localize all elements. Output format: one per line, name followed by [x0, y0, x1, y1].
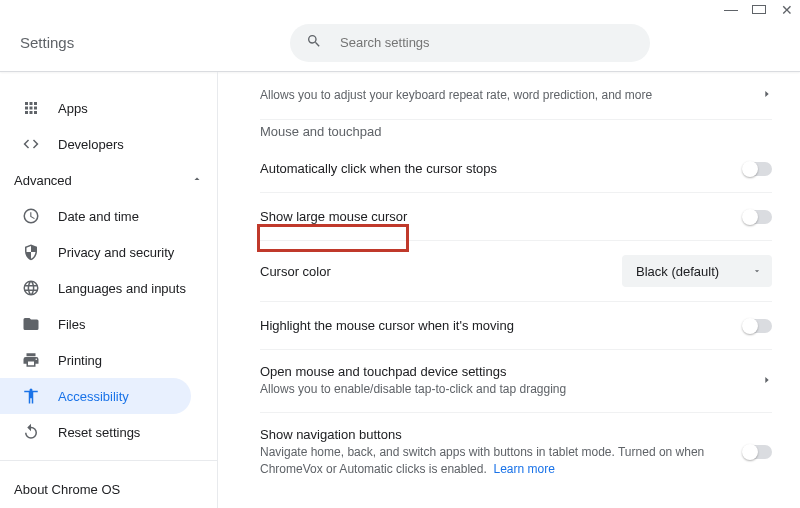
row-title: Show navigation buttons — [260, 427, 724, 442]
search-input-wrapper[interactable] — [290, 24, 650, 62]
toggle-auto-click[interactable] — [744, 162, 772, 176]
toggle-highlight-cursor[interactable] — [744, 319, 772, 333]
sidebar-item-label: Files — [58, 317, 85, 332]
sidebar: Apps Developers Advanced Date and time P… — [0, 72, 218, 508]
sidebar-item-label: Accessibility — [58, 389, 129, 404]
sidebar-section-label: Advanced — [14, 173, 72, 188]
content-area: Allows you to adjust your keyboard repea… — [218, 72, 800, 508]
search-icon — [306, 33, 340, 52]
sidebar-item-label: Languages and inputs — [58, 281, 186, 296]
sidebar-item-label: Developers — [58, 137, 124, 152]
chevron-right-icon — [762, 87, 772, 102]
sidebar-item-reset[interactable]: Reset settings — [0, 414, 217, 450]
sidebar-item-files[interactable]: Files — [0, 306, 217, 342]
window-close-button[interactable]: ✕ — [780, 5, 794, 15]
row-large-cursor: Show large mouse cursor — [260, 193, 772, 241]
sidebar-divider — [0, 460, 217, 461]
row-title: Open mouse and touchpad device settings — [260, 364, 742, 379]
chevron-up-icon — [191, 173, 203, 188]
sidebar-item-label: Date and time — [58, 209, 139, 224]
sidebar-item-apps[interactable]: Apps — [0, 90, 217, 126]
row-title: Show large mouse cursor — [260, 209, 724, 224]
folder-icon — [22, 315, 40, 333]
row-highlight-cursor: Highlight the mouse cursor when it's mov… — [260, 302, 772, 350]
globe-icon — [22, 279, 40, 297]
section-audio-captions: Audio and captions — [260, 491, 772, 508]
select-cursor-color[interactable]: Black (default) — [622, 255, 772, 287]
apps-icon — [22, 99, 40, 117]
reset-icon — [22, 423, 40, 441]
learn-more-link[interactable]: Learn more — [493, 462, 554, 476]
page-title: Settings — [20, 20, 280, 51]
toggle-nav-buttons[interactable] — [744, 445, 772, 459]
sidebar-item-label: Apps — [58, 101, 88, 116]
row-subtitle: Allows you to enable/disable tap-to-clic… — [260, 381, 742, 398]
toggle-large-cursor[interactable] — [744, 210, 772, 224]
sidebar-item-accessibility[interactable]: Accessibility — [0, 378, 191, 414]
shield-icon — [22, 243, 40, 261]
sidebar-item-printing[interactable]: Printing — [0, 342, 217, 378]
sidebar-item-about[interactable]: About Chrome OS — [0, 471, 217, 507]
sidebar-item-developers[interactable]: Developers — [0, 126, 217, 162]
accessibility-icon — [22, 387, 40, 405]
sidebar-section-advanced[interactable]: Advanced — [0, 162, 217, 198]
chevron-down-icon — [752, 266, 762, 276]
chevron-right-icon — [762, 373, 772, 388]
row-title: Cursor color — [260, 264, 602, 279]
sidebar-item-label: About Chrome OS — [14, 482, 120, 497]
window-controls: ✕ — [724, 3, 794, 17]
window-minimize-button[interactable] — [724, 3, 738, 17]
sidebar-item-privacy[interactable]: Privacy and security — [0, 234, 217, 270]
sidebar-item-languages[interactable]: Languages and inputs — [0, 270, 217, 306]
code-icon — [22, 135, 40, 153]
row-keyboard-settings-partial[interactable]: Allows you to adjust your keyboard repea… — [260, 72, 772, 120]
select-value: Black (default) — [636, 264, 719, 279]
row-cursor-color: Cursor color Black (default) — [260, 241, 772, 302]
sidebar-item-label: Privacy and security — [58, 245, 174, 260]
row-subtitle: Allows you to adjust your keyboard repea… — [260, 87, 742, 104]
row-title: Highlight the mouse cursor when it's mov… — [260, 318, 724, 333]
row-nav-buttons: Show navigation buttons Navigate home, b… — [260, 413, 772, 492]
row-device-settings[interactable]: Open mouse and touchpad device settings … — [260, 350, 772, 413]
window-maximize-button[interactable] — [752, 3, 766, 17]
row-auto-click: Automatically click when the cursor stop… — [260, 145, 772, 193]
sidebar-item-label: Printing — [58, 353, 102, 368]
sidebar-item-label: Reset settings — [58, 425, 140, 440]
clock-icon — [22, 207, 40, 225]
printer-icon — [22, 351, 40, 369]
section-mouse-touchpad: Mouse and touchpad — [260, 120, 772, 145]
sidebar-item-date-time[interactable]: Date and time — [0, 198, 217, 234]
search-input[interactable] — [340, 35, 634, 50]
row-subtitle: Navigate home, back, and switch apps wit… — [260, 444, 724, 478]
app-header: Settings — [0, 0, 800, 72]
row-title: Automatically click when the cursor stop… — [260, 161, 724, 176]
